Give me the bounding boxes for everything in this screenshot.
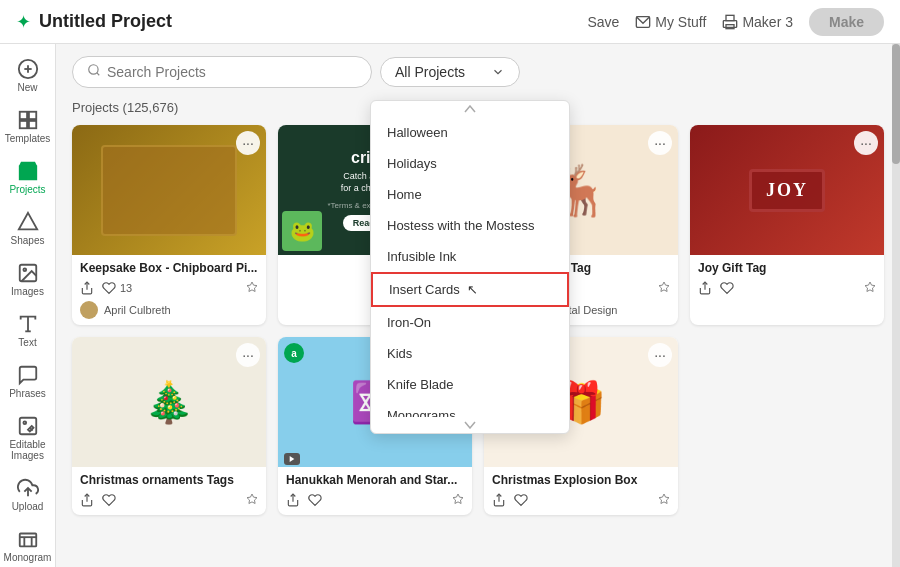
sidebar-item-projects[interactable]: Projects [0, 154, 55, 201]
phrases-icon [17, 364, 39, 386]
sidebar-item-monogram[interactable]: Monogram [0, 522, 55, 567]
share-icon-joy [698, 281, 712, 295]
sidebar-item-upload[interactable]: Upload [0, 471, 55, 518]
page-title: Untitled Project [39, 11, 172, 32]
card-meta-explosion [492, 491, 670, 509]
author-name: April Culbreth [104, 304, 171, 316]
scrollbar-thumb[interactable] [892, 44, 900, 164]
explosion-bookmark[interactable] [658, 491, 670, 509]
svg-marker-26 [247, 282, 257, 292]
dropdown-item-iron-on[interactable]: Iron-On [371, 307, 569, 338]
sidebar-item-templates-label: Templates [5, 133, 51, 144]
search-icon [87, 63, 101, 81]
share-icon-orn [80, 493, 94, 507]
dropdown-item-hostess[interactable]: Hostess with the Mostess [371, 210, 569, 241]
heart-icon-exp [514, 493, 528, 507]
share-icon [80, 281, 94, 295]
my-stuff-button[interactable]: My Stuff [635, 14, 706, 30]
card-title-menorah: Hanukkah Menorah and Star... [286, 473, 464, 487]
sidebar-item-phrases[interactable]: Phrases [0, 358, 55, 405]
project-card-joy[interactable]: JOY ··· Joy Gift Tag [690, 125, 884, 325]
printer-icon [722, 14, 738, 30]
sidebar-item-templates[interactable]: Templates [0, 103, 55, 150]
ornaments-share [80, 493, 94, 507]
filter-dropdown-button[interactable]: All Projects [380, 57, 520, 87]
sidebar-item-monogram-label: Monogram [4, 552, 52, 563]
search-area: All Projects [72, 56, 884, 88]
images-icon [17, 262, 39, 284]
dropdown-item-home[interactable]: Home [371, 179, 569, 210]
card-author-keepsake: April Culbreth [80, 301, 258, 319]
avatar-keepsake [80, 301, 98, 319]
card-bookmark-icon[interactable] [246, 279, 258, 297]
card-likes: 13 [120, 282, 132, 294]
topbar: ✦ Untitled Project Save My Stuff Maker 3… [0, 0, 900, 44]
card-share-icon-wrap [80, 281, 94, 295]
project-card-ornaments[interactable]: 🎄 ··· Christmas ornaments Tags [72, 337, 266, 515]
svg-marker-28 [659, 282, 669, 292]
menorah-bookmark[interactable] [452, 491, 464, 509]
sidebar-item-text[interactable]: Text [0, 307, 55, 354]
heart-icon [102, 281, 116, 295]
dropdown-item-infusible[interactable]: Infusible Ink [371, 241, 569, 272]
dropdown-item-monograms[interactable]: Monograms [371, 400, 569, 417]
dropdown-item-insert-cards[interactable]: Insert Cards ↖ [371, 272, 569, 307]
shapes-icon [17, 211, 39, 233]
project-card-keepsake[interactable]: ··· Keepsake Box - Chipboard Pi... 13 [72, 125, 266, 325]
search-input[interactable] [107, 64, 357, 80]
templates-icon [17, 109, 39, 131]
card-more-button-reindeer[interactable]: ··· [648, 131, 672, 155]
card-more-button-explosion[interactable]: ··· [648, 343, 672, 367]
dropdown-item-kids[interactable]: Kids [371, 338, 569, 369]
svg-marker-32 [247, 494, 257, 504]
svg-rect-19 [19, 534, 36, 547]
svg-line-24 [97, 73, 100, 76]
reindeer-bookmark[interactable] [658, 279, 670, 297]
dropdown-scroll[interactable]: Halloween Holidays Home Hostess with the… [371, 117, 569, 417]
svg-rect-16 [19, 418, 36, 435]
card-badge-menorah: a [284, 343, 304, 363]
topbar-left: ✦ Untitled Project [16, 11, 172, 33]
card-info-joy: Joy Gift Tag [690, 255, 884, 303]
editable-images-icon [17, 415, 39, 437]
card-more-button[interactable]: ··· [236, 131, 260, 155]
sidebar-item-images[interactable]: Images [0, 256, 55, 303]
save-button[interactable]: Save [587, 14, 619, 30]
svg-point-23 [89, 65, 98, 74]
svg-marker-37 [659, 494, 669, 504]
dropdown-item-knife-blade[interactable]: Knife Blade [371, 369, 569, 400]
sidebar-item-images-label: Images [11, 286, 44, 297]
cricut-frog: 🐸 [282, 211, 322, 251]
svg-rect-8 [28, 112, 35, 119]
monogram-icon [17, 528, 39, 550]
card-info-explosion: Christmas Explosion Box [484, 467, 678, 515]
dropdown-item-halloween[interactable]: Halloween [371, 117, 569, 148]
heart-icon-men [308, 493, 322, 507]
filter-dropdown: Halloween Holidays Home Hostess with the… [370, 100, 570, 434]
card-meta-ornaments [80, 491, 258, 509]
ornaments-likes-wrap [102, 493, 116, 507]
card-more-button-joy[interactable]: ··· [854, 131, 878, 155]
joy-bookmark[interactable] [864, 279, 876, 297]
card-info-ornaments: Christmas ornaments Tags [72, 467, 266, 515]
main-scrollbar[interactable] [892, 44, 900, 567]
card-title-joy: Joy Gift Tag [698, 261, 876, 275]
card-more-button-ornaments[interactable]: ··· [236, 343, 260, 367]
svg-point-13 [23, 268, 26, 271]
app-logo-icon: ✦ [16, 11, 31, 33]
svg-marker-35 [453, 494, 463, 504]
upload-icon [17, 477, 39, 499]
card-meta-menorah [286, 491, 464, 509]
ornaments-bookmark[interactable] [246, 491, 258, 509]
sidebar-item-shapes[interactable]: Shapes [0, 205, 55, 252]
search-box[interactable] [72, 56, 372, 88]
text-icon [17, 313, 39, 335]
card-meta: 13 [80, 279, 258, 297]
svg-marker-11 [18, 213, 36, 230]
sidebar-item-text-label: Text [18, 337, 36, 348]
sidebar-item-new[interactable]: New [0, 52, 55, 99]
sidebar-item-editable-images[interactable]: Editable Images [0, 409, 55, 467]
make-button[interactable]: Make [809, 8, 884, 36]
maker-button[interactable]: Maker 3 [722, 14, 793, 30]
dropdown-item-holidays[interactable]: Holidays [371, 148, 569, 179]
